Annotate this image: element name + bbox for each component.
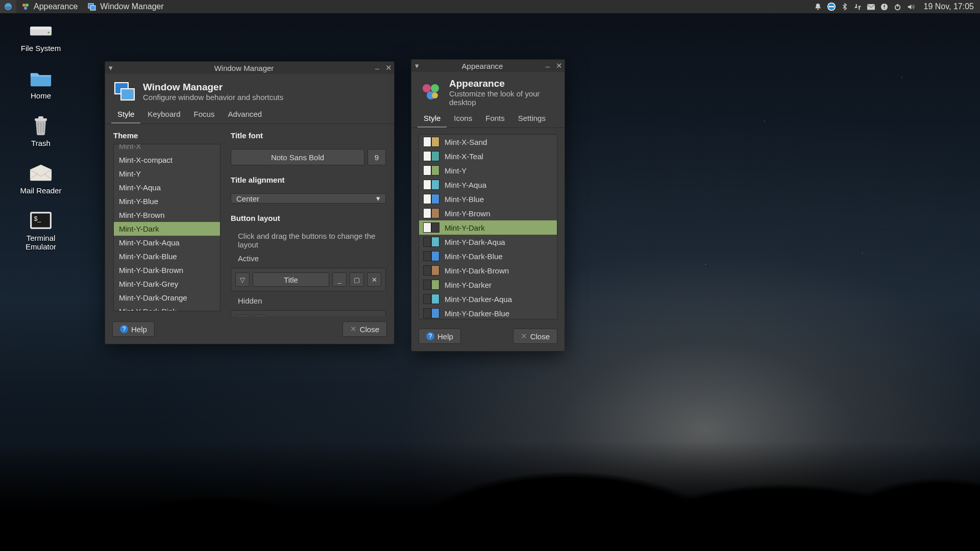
style-item[interactable]: Mint-Y-Darker-Blue — [419, 306, 557, 319]
wallpaper-treeline — [0, 332, 980, 551]
style-item[interactable]: Mint-Y-Darker — [419, 278, 557, 292]
style-swatch — [423, 208, 439, 218]
tab-style[interactable]: Style — [418, 111, 447, 128]
theme-item[interactable]: Mint-Y-Dark — [114, 222, 220, 236]
close-button[interactable]: ✕ — [367, 272, 381, 287]
theme-item[interactable]: Mint-Y-Dark-Grey — [114, 277, 220, 291]
top-panel: Appearance Window Manager 19 Nov, 17:05 — [0, 0, 980, 13]
style-list[interactable]: Mint-X-SandMint-X-TealMint-YMint-Y-AquaM… — [419, 134, 557, 319]
tab-icons[interactable]: Icons — [448, 111, 478, 128]
tab-keyboard[interactable]: Keyboard — [141, 107, 186, 123]
mail-icon[interactable] — [865, 0, 878, 13]
close-button[interactable]: ✕Close — [342, 321, 387, 337]
title-font-size-spin[interactable]: 9 — [368, 149, 386, 165]
minimize-button[interactable]: _ — [332, 272, 347, 287]
style-item-label: Mint-X-Sand — [445, 138, 487, 146]
help-icon: ? — [120, 325, 128, 333]
tab-settings[interactable]: Settings — [512, 111, 552, 128]
help-icon: ? — [426, 332, 434, 340]
hidden-label: Hidden — [231, 296, 386, 305]
updates-icon[interactable] — [878, 0, 891, 13]
title-alignment-combo[interactable]: Center ▾ — [231, 193, 386, 204]
minimize-icon[interactable]: – — [542, 62, 553, 70]
theme-item[interactable]: Mint-Y-Aqua — [114, 181, 220, 194]
close-button[interactable]: ✕Close — [513, 329, 557, 344]
active-label: Active — [231, 254, 386, 263]
close-icon[interactable]: ✕ — [553, 61, 565, 70]
window-header: Window Manager Configure window behavior… — [105, 74, 394, 107]
title-alignment-label: Title alignment — [231, 176, 386, 184]
style-item[interactable]: Mint-Y-Dark-Brown — [419, 263, 557, 278]
teamviewer-icon[interactable] — [825, 0, 838, 13]
style-item[interactable]: Mint-Y-Darker-Aqua — [419, 292, 557, 306]
bluetooth-icon[interactable] — [838, 0, 851, 13]
network-icon[interactable] — [851, 0, 865, 13]
style-item-label: Mint-Y-Blue — [445, 195, 484, 204]
chevron-down-icon: ▾ — [376, 194, 380, 203]
taskbar-item-window-manager[interactable]: Window Manager — [83, 0, 169, 13]
notification-icon[interactable] — [812, 0, 825, 13]
terminal-icon: $_ — [28, 210, 54, 231]
desktop-icon-home[interactable]: Home — [10, 68, 71, 100]
theme-item[interactable]: Mint-Y-Blue — [114, 194, 220, 208]
window-menu-button[interactable]: ▽ — [235, 272, 250, 287]
style-item[interactable]: Mint-Y-Blue — [419, 192, 557, 206]
desktop-icon-mail[interactable]: Mail Reader — [10, 163, 71, 195]
help-button[interactable]: ?Help — [419, 329, 461, 344]
style-item[interactable]: Mint-Y-Aqua — [419, 178, 557, 192]
close-icon[interactable]: ✕ — [383, 63, 394, 72]
style-item[interactable]: Mint-Y-Dark-Blue — [419, 249, 557, 263]
theme-item[interactable]: Mint-Y-Dark-Pink — [114, 305, 220, 311]
style-swatch — [423, 280, 439, 290]
volume-icon[interactable] — [904, 0, 918, 13]
desktop-icon-terminal[interactable]: $_ Terminal Emulator — [10, 210, 71, 251]
style-swatch — [423, 237, 439, 247]
tab-style[interactable]: Style — [111, 107, 140, 123]
style-item-label: Mint-Y-Darker-Aqua — [445, 295, 512, 304]
style-item-label: Mint-Y — [445, 166, 467, 175]
title-slot[interactable]: Title — [253, 272, 329, 287]
desktop-icon-filesystem[interactable]: File System — [10, 20, 71, 53]
style-swatch — [423, 294, 439, 304]
theme-item[interactable]: Mint-Y-Dark-Orange — [114, 291, 220, 305]
desktop-icon-trash[interactable]: Trash — [10, 115, 71, 147]
theme-item[interactable]: Mint-X — [114, 144, 220, 153]
envelope-icon — [28, 163, 54, 183]
theme-item[interactable]: Mint-Y-Dark-Brown — [114, 263, 220, 277]
style-item[interactable]: Mint-Y-Brown — [419, 206, 557, 220]
theme-item[interactable]: Mint-Y-Dark-Blue — [114, 249, 220, 263]
help-button[interactable]: ?Help — [112, 321, 155, 337]
tab-fonts[interactable]: Fonts — [479, 111, 511, 128]
titlebar[interactable]: ▾ Appearance – ✕ — [411, 60, 565, 72]
window-menu-icon[interactable]: ▾ — [105, 63, 116, 72]
tab-advanced[interactable]: Advanced — [222, 107, 268, 123]
power-icon[interactable] — [891, 0, 904, 13]
taskbar-item-appearance[interactable]: Appearance — [16, 0, 83, 13]
style-swatch — [423, 222, 439, 233]
style-item[interactable]: Mint-X-Sand — [419, 135, 557, 149]
maximize-button[interactable]: ▢ — [350, 272, 364, 287]
button-layout-hint: Click and drag the buttons to change the… — [231, 232, 386, 249]
appearance-window: ▾ Appearance – ✕ Appearance Customize th… — [411, 59, 565, 352]
tab-focus[interactable]: Focus — [188, 107, 221, 123]
style-item-label: Mint-Y-Dark-Aqua — [445, 238, 505, 246]
theme-item[interactable]: Mint-X-compact — [114, 153, 220, 167]
applications-menu[interactable] — [0, 0, 16, 13]
desktop-icon-label: File System — [21, 44, 61, 53]
window-menu-icon[interactable]: ▾ — [411, 61, 423, 70]
style-item[interactable]: Mint-Y-Dark-Aqua — [419, 235, 557, 249]
theme-item[interactable]: Mint-Y-Brown — [114, 208, 220, 222]
appearance-icon — [420, 81, 442, 104]
theme-list[interactable]: Mint-XMint-X-compactMint-YMint-Y-AquaMin… — [113, 144, 220, 311]
svg-point-14 — [47, 32, 50, 34]
minimize-icon[interactable]: – — [372, 64, 383, 72]
theme-item[interactable]: Mint-Y — [114, 167, 220, 181]
window-manager-window: ▾ Window Manager – ✕ Window Manager Conf… — [105, 61, 395, 344]
style-item[interactable]: Mint-Y — [419, 163, 557, 178]
theme-item[interactable]: Mint-Y-Dark-Aqua — [114, 236, 220, 249]
style-item[interactable]: Mint-Y-Dark — [419, 220, 557, 235]
style-item[interactable]: Mint-X-Teal — [419, 149, 557, 163]
titlebar[interactable]: ▾ Window Manager – ✕ — [105, 62, 394, 74]
clock[interactable]: 19 Nov, 17:05 — [918, 2, 980, 11]
title-font-button[interactable]: Noto Sans Bold — [231, 149, 364, 165]
